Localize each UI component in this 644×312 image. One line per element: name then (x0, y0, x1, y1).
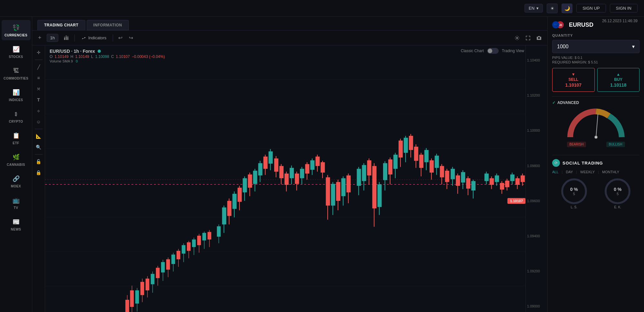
svg-rect-56 (237, 188, 242, 202)
chart-symbol: EUR/USD · 1h · Forex (50, 49, 95, 54)
svg-line-176 (596, 114, 598, 137)
zoom-tool[interactable]: 🔍 (34, 143, 43, 152)
advanced-header[interactable]: ✓ ADVANCED (552, 100, 639, 105)
svg-rect-64 (258, 163, 262, 175)
svg-rect-46 (207, 232, 211, 239)
svg-rect-16 (130, 290, 134, 307)
circle-gauge-ls: 0 % 5 (561, 178, 587, 204)
fullscreen-button[interactable] (524, 34, 532, 42)
svg-rect-34 (177, 251, 180, 259)
svg-rect-102 (362, 165, 366, 181)
sign-in-button[interactable]: SIGN IN (610, 4, 638, 13)
advanced-check-icon: ✓ (552, 100, 555, 105)
tv-label: TV (14, 206, 18, 210)
settings-button[interactable] (513, 34, 521, 42)
line-tool[interactable]: ╱ (34, 62, 43, 71)
light-theme-button[interactable]: ☀ (547, 4, 558, 13)
svg-rect-154 (505, 181, 509, 187)
tab-information[interactable]: INFORMATION (87, 20, 129, 30)
sidebar-item-stocks[interactable]: 📈 STOCKS (2, 42, 31, 62)
ruler-tool[interactable]: 📐 (34, 132, 43, 141)
buy-button[interactable]: ▲ BUY 1.10118 (597, 68, 640, 92)
indicators-button[interactable]: Indicators (79, 34, 109, 42)
lock-tool-1[interactable]: 🔓 (34, 157, 43, 166)
dark-theme-button[interactable]: 🌙 (562, 4, 572, 13)
high-label: H (71, 54, 73, 59)
sidebar-item-moex[interactable]: 🔗 MOEX (2, 171, 31, 191)
svg-rect-100 (357, 169, 361, 186)
svg-rect-42 (197, 236, 201, 245)
chart-toggle-switch[interactable] (487, 48, 499, 54)
crosshair-tool[interactable]: ✛ (34, 48, 43, 57)
social-trading-section: ⟳ SOCIAL TRADING ALL | DAY | WEEKLY | MO… (552, 155, 639, 209)
text-tool[interactable]: T (34, 95, 43, 104)
high-value: 1.10149 (75, 54, 89, 59)
period-monthly[interactable]: MONTHLY (602, 170, 619, 174)
svg-rect-58 (243, 178, 247, 193)
emoji-tool[interactable]: ☺ (34, 117, 43, 126)
sidebar-item-cannabis[interactable]: 🌿 CANNABIS (2, 149, 31, 170)
svg-rect-78 (295, 174, 299, 184)
period-day[interactable]: DAY (566, 170, 573, 174)
sell-arrow-icon: ▼ (572, 72, 575, 77)
news-label: NEWS (11, 228, 21, 231)
trade-buttons: ▼ SELL 1.10107 ▲ BUY 1.10118 (552, 68, 639, 92)
indices-icon: 📊 (12, 88, 21, 97)
svg-rect-48 (217, 226, 221, 237)
pair-name: EURUSD (569, 22, 593, 28)
chart-type-button[interactable] (62, 34, 71, 42)
sidebar-item-etf[interactable]: 📋 ETF (2, 128, 31, 148)
period-all[interactable]: ALL (552, 170, 559, 174)
sidebar-item-currencies[interactable]: 💱 CURRENCIES (2, 20, 31, 40)
undo-button[interactable]: ↩ (117, 33, 124, 42)
language-selector[interactable]: EN ▾ (524, 4, 543, 13)
path-tool[interactable]: ⟡ (34, 106, 43, 115)
period-weekly[interactable]: WEEKLY (580, 170, 595, 174)
svg-rect-24 (151, 274, 155, 284)
redo-button[interactable]: ↪ (128, 33, 134, 42)
svg-rect-80 (300, 169, 304, 178)
social-trading-title: SOCIAL TRADING (562, 161, 603, 165)
open-value: 1.10149 (54, 54, 68, 59)
sidebar-item-tv[interactable]: 📺 TV (2, 193, 31, 213)
main-layout: 💱 CURRENCIES 📈 STOCKS 🏗 COMMODIties 📊 IN… (0, 17, 644, 312)
toolbar-right (513, 34, 543, 42)
sell-button[interactable]: ▼ SELL 1.10107 (552, 68, 595, 92)
trend-line-tool[interactable]: ⤱ (34, 84, 43, 93)
price-level-4: 1.09800 (527, 164, 545, 168)
etf-label: ETF (13, 141, 19, 145)
left-sidebar: 💱 CURRENCIES 📈 STOCKS 🏗 COMMODIties 📊 IN… (0, 17, 32, 312)
horizontal-line-tool[interactable]: ≡ (34, 73, 43, 82)
close-value: 1.10107 (116, 54, 130, 59)
open-label: O (50, 54, 53, 59)
chart-main[interactable]: EUR/USD · 1h · Forex O 1.10149 H 1.10149… (45, 45, 547, 312)
chart-symbol-info: EUR/USD · 1h · Forex (50, 49, 165, 54)
svg-rect-108 (378, 184, 382, 207)
add-tool-button[interactable]: + (37, 33, 43, 43)
trading-view-label[interactable]: Trading View (502, 49, 524, 53)
sidebar-item-indices[interactable]: 📊 INDICES (2, 85, 31, 105)
sign-up-button[interactable]: SIGN UP (576, 4, 606, 13)
classic-chart-label[interactable]: Classic Chart (461, 49, 484, 53)
sidebar-item-crypto[interactable]: ₿ CRYPTO (2, 106, 31, 127)
social-circles: 0 % 5 L. S. 0 % 5 E. K. (552, 178, 639, 209)
svg-rect-74 (284, 174, 289, 185)
svg-rect-62 (253, 171, 257, 184)
time-period-selector[interactable]: 1h (47, 34, 58, 42)
circle-num-ls: 5 (573, 192, 575, 196)
tab-trading-chart[interactable]: TRADING CHART (37, 20, 85, 30)
quantity-select[interactable]: 1000 ▾ (552, 40, 639, 53)
sidebar-item-news[interactable]: 📰 NEWS (2, 214, 31, 234)
circle-pct-ek: 0 % (614, 187, 621, 192)
commodities-icon: 🏗 (12, 66, 21, 75)
screenshot-button[interactable] (535, 34, 543, 42)
sidebar-item-commodities[interactable]: 🏗 COMMODIties (2, 63, 31, 83)
lock-tool-2[interactable]: 🔒 (34, 168, 43, 177)
social-trading-icon: ⟳ (552, 159, 560, 167)
circle-pct-ls: 0 % (570, 187, 578, 192)
chart-tabs: TRADING CHART INFORMATION (32, 17, 547, 31)
svg-rect-0 (64, 38, 65, 40)
candlestick-chart[interactable]: 18 19 20 21 22 26 18:00 11:46:39 (UTC+2) (45, 45, 547, 312)
datetime-display: 26.12.2023 11:46:39 (602, 19, 638, 23)
svg-rect-148 (490, 178, 494, 185)
